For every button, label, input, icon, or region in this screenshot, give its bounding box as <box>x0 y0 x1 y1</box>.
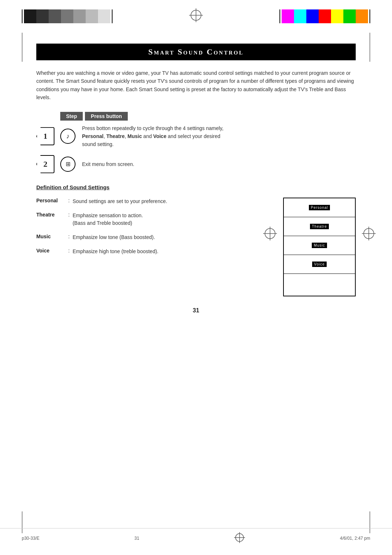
definition-section: Definition of Sound Settings Personal : … <box>36 184 356 296</box>
color-block-red <box>319 9 331 23</box>
tv-panel-voice: Voice <box>284 255 355 274</box>
side-line-right <box>369 33 370 62</box>
tv-panel-bottom-space <box>284 274 355 296</box>
tv-panel-music: Music <box>284 236 355 255</box>
left-side-crosshair <box>263 227 277 242</box>
right-side-crosshair <box>362 227 376 242</box>
color-block-yellow <box>331 9 343 23</box>
left-border <box>279 9 280 23</box>
tv-label-music: Music <box>312 243 327 248</box>
music-note-icon: ♪ <box>66 133 70 140</box>
def-desc-personal: Sound settings are set to your preferenc… <box>73 198 167 205</box>
color-block <box>86 9 98 23</box>
def-term-theatre: Theatre <box>36 212 65 218</box>
step-icon-music: ♪ <box>60 129 75 144</box>
footer-center: 31 <box>134 536 139 541</box>
page-number: 31 <box>36 307 356 314</box>
footer-crosshair <box>234 532 245 544</box>
def-term-voice: Voice <box>36 248 65 254</box>
color-block-orange <box>356 9 368 23</box>
tv-panel-theatre: Theatre <box>284 217 355 236</box>
press-col-header: Press button <box>85 112 128 121</box>
def-row-voice: Voice : Emphasize high tone (treble boos… <box>36 248 272 255</box>
right-border <box>369 9 370 23</box>
color-block <box>61 9 73 23</box>
color-block <box>24 9 36 23</box>
page-title-bar: Smart Sound Control <box>36 44 356 60</box>
color-block-blue <box>306 9 319 23</box>
def-term-personal: Personal <box>36 198 65 203</box>
def-desc-theatre: Emphasize sensation to action. (Bass and… <box>73 212 143 227</box>
side-line-left <box>22 33 23 62</box>
steps-header: Step Press button <box>36 112 356 121</box>
color-strip-left <box>22 9 113 23</box>
right-border <box>112 9 113 23</box>
top-bar <box>0 0 392 33</box>
color-block <box>98 9 110 23</box>
step-number-1: 1 <box>36 127 54 145</box>
def-row-music: Music : Emphasize low tone (Bass boosted… <box>36 234 272 241</box>
def-row-personal: Personal : Sound settings are set to you… <box>36 198 272 205</box>
main-content: Smart Sound Control Whether you are watc… <box>0 33 392 343</box>
def-row-theatre: Theatre : Emphasize sensation to action.… <box>36 212 272 227</box>
step-col-header: Step <box>60 112 83 121</box>
color-block <box>36 9 49 23</box>
tv-panel-personal: Personal <box>284 198 355 217</box>
steps-table: Step Press button 1 ♪ Press botton repea… <box>36 112 356 173</box>
color-block <box>49 9 61 23</box>
step-text-1: Press botton repeatedly to cycle through… <box>82 124 224 149</box>
left-border <box>22 9 23 23</box>
definition-list: Personal : Sound settings are set to you… <box>36 198 272 296</box>
step-row-2: 2 ⊞ Exit menu from screen. <box>36 155 356 173</box>
tv-label-personal: Personal <box>309 205 330 210</box>
tv-panel-wrapper: Personal Theatre Music Voice <box>283 198 356 296</box>
footer-left: p30-33/E <box>22 536 40 541</box>
color-block-green <box>343 9 356 23</box>
tv-panel: Personal Theatre Music Voice <box>283 198 356 296</box>
def-desc-music: Emphasize low tone (Bass boosted). <box>73 234 155 241</box>
color-block-magenta <box>282 9 294 23</box>
tv-label-theatre: Theatre <box>310 224 328 229</box>
step-number-2: 2 <box>36 155 54 173</box>
footer: p30-33/E 31 4/6/01, 2:47 pm <box>0 528 392 544</box>
step-icon-menu: ⊞ <box>60 157 75 172</box>
step-row-1: 1 ♪ Press botton repeatedly to cycle thr… <box>36 124 356 149</box>
step-text-2: Exit menu from screen. <box>82 160 134 168</box>
center-crosshair <box>189 8 203 25</box>
color-block-cyan <box>294 9 306 23</box>
menu-icon: ⊞ <box>66 161 70 167</box>
footer-right: 4/6/01, 2:47 pm <box>340 536 370 541</box>
color-block <box>73 9 86 23</box>
intro-text: Whether you are watching a movie or vide… <box>36 69 356 102</box>
def-term-music: Music <box>36 234 65 239</box>
page-title: Smart Sound Control <box>148 47 244 56</box>
definition-title: Definition of Sound Settings <box>36 184 356 190</box>
definition-content: Personal : Sound settings are set to you… <box>36 198 356 296</box>
tv-label-voice: Voice <box>312 262 326 267</box>
color-strip-right <box>279 9 370 23</box>
def-desc-voice: Emphasize high tone (treble boosted). <box>73 248 159 255</box>
